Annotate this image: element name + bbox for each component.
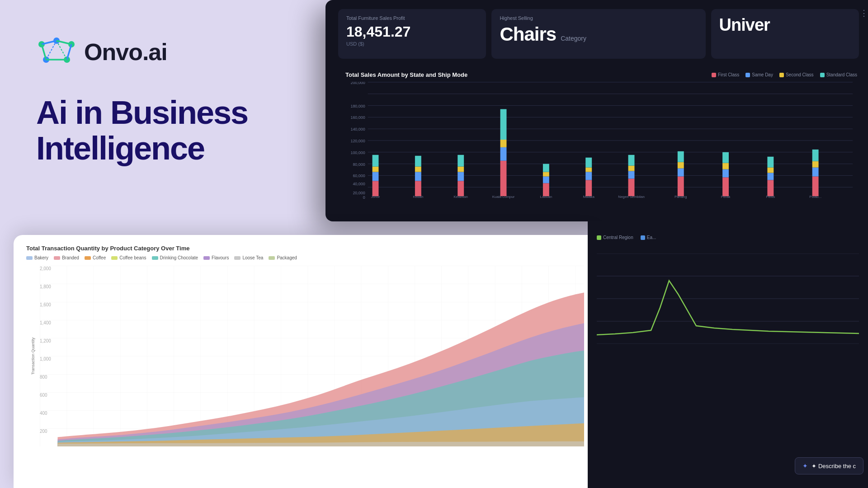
- area-chart-svg-container: 2,000 1,800 1,600 1,400 1,200 1,000 800 …: [40, 266, 584, 446]
- right-panel-chart: [597, 240, 859, 346]
- bar-chart-title: Total Sales Amount by State and Ship Mod…: [345, 71, 467, 78]
- svg-rect-64: [628, 171, 635, 179]
- legend-standard-class: Standard Class: [820, 72, 857, 77]
- metric-furniture-title: Total Furniture Sales Profit: [346, 15, 478, 21]
- svg-rect-48: [500, 161, 507, 196]
- svg-rect-70: [678, 162, 684, 169]
- legend-label-same: Same Day: [752, 72, 773, 77]
- svg-text:1,000: 1,000: [40, 357, 51, 361]
- legend-coffee: Coffee: [85, 255, 106, 260]
- svg-text:Kelantan: Kelantan: [454, 195, 468, 199]
- legend-dot-central: [597, 235, 601, 240]
- svg-text:2,000: 2,000: [40, 266, 51, 271]
- metric-chairs-value: Chairs: [500, 23, 556, 45]
- metric-furniture-value: 18,451.27: [346, 23, 478, 40]
- svg-rect-66: [628, 155, 635, 166]
- svg-text:Negeri Sembilan: Negeri Sembilan: [618, 195, 645, 199]
- metric-furniture-profit: Total Furniture Sales Profit 18,451.27 U…: [338, 9, 486, 59]
- logo-text: Onvo.ai: [84, 38, 167, 66]
- right-panel-chart-svg: [597, 253, 859, 344]
- svg-rect-46: [458, 155, 464, 167]
- svg-rect-60: [585, 168, 592, 172]
- legend-dot-branded: [54, 256, 60, 260]
- svg-rect-59: [585, 172, 592, 180]
- svg-text:200: 200: [40, 429, 47, 434]
- describe-button[interactable]: ✦ ✦ Describe the c: [795, 457, 863, 474]
- svg-rect-78: [767, 180, 774, 196]
- svg-text:Kedah: Kedah: [413, 195, 423, 199]
- svg-text:Pulau...: Pulau...: [809, 195, 821, 199]
- svg-rect-71: [678, 151, 684, 162]
- svg-rect-68: [678, 176, 684, 196]
- legend-label-east: Ea...: [647, 235, 656, 240]
- legend-label-coffee: Coffee: [93, 255, 106, 260]
- headline-line1: Ai in Business: [36, 95, 294, 131]
- svg-text:Johor: Johor: [371, 195, 380, 199]
- y-axis-label: Transaction Quantity: [26, 266, 40, 446]
- svg-text:60,000: 60,000: [353, 174, 365, 178]
- svg-text:Perlis: Perlis: [766, 195, 775, 199]
- legend-branded: Branded: [54, 255, 79, 260]
- legend-label-bakery: Bakery: [34, 255, 48, 260]
- svg-text:Malaka: Malaka: [583, 195, 594, 199]
- metric-highest-selling: Highest Selling Chairs Category: [491, 9, 705, 59]
- svg-rect-54: [543, 176, 549, 183]
- legend-label-packaged: Packaged: [277, 255, 297, 260]
- bar-chart-legend: First Class Same Day Second Class Standa…: [712, 72, 857, 77]
- svg-rect-45: [458, 167, 464, 172]
- svg-rect-74: [722, 169, 729, 178]
- svg-rect-33: [373, 181, 379, 196]
- svg-rect-44: [458, 172, 464, 181]
- legend-central-region: Central Region: [597, 235, 633, 240]
- area-chart-title: Total Transaction Quantity by Product Ca…: [26, 245, 584, 252]
- legend-second-class: Second Class: [779, 72, 814, 77]
- legend-same-day: Same Day: [745, 72, 773, 77]
- bottom-card-inner: Total Transaction Quantity by Product Ca…: [14, 235, 597, 446]
- svg-text:180,000: 180,000: [350, 104, 365, 108]
- svg-text:Kuala Lumpur: Kuala Lumpur: [492, 195, 515, 199]
- svg-rect-61: [585, 158, 592, 168]
- area-chart-svg: 2,000 1,800 1,600 1,400 1,200 1,000 800 …: [40, 266, 584, 446]
- bar-chart-svg: 200,000 180,000 160,000 140,000 120,000 …: [345, 82, 857, 199]
- svg-rect-73: [722, 177, 729, 196]
- metrics-row: Total Furniture Sales Profit 18,451.27 U…: [338, 9, 864, 59]
- bottom-card-wrapper: Total Transaction Quantity by Product Ca…: [14, 235, 597, 488]
- svg-text:800: 800: [40, 375, 47, 380]
- legend-dot-second: [779, 73, 784, 77]
- legend-drinking-choc: Drinking Chocolate: [152, 255, 198, 260]
- svg-text:100,000: 100,000: [350, 150, 365, 155]
- legend-label-second: Second Class: [786, 72, 814, 77]
- metric-furniture-unit: USD ($): [346, 41, 478, 47]
- logo-icon: [36, 36, 77, 68]
- svg-rect-36: [373, 155, 379, 167]
- legend-dot-bakery: [26, 256, 33, 260]
- svg-rect-35: [373, 167, 379, 172]
- svg-text:400: 400: [40, 411, 47, 416]
- svg-text:1,800: 1,800: [40, 284, 51, 289]
- bar-chart-title-row: Total Sales Amount by State and Ship Mod…: [345, 71, 857, 78]
- bar-chart-area: Total Sales Amount by State and Ship Mod…: [338, 66, 864, 220]
- svg-rect-43: [458, 181, 464, 196]
- legend-first-class: First Class: [712, 72, 739, 77]
- svg-text:200,000: 200,000: [350, 82, 365, 85]
- legend-dot-standard: [820, 73, 825, 77]
- legend-label-first: First Class: [718, 72, 739, 77]
- legend-label-standard: Standard Class: [826, 72, 857, 77]
- svg-rect-53: [543, 183, 549, 196]
- legend-flavours: Flavours: [203, 255, 229, 260]
- legend-dot-packaged: [269, 256, 275, 260]
- legend-label-drinking-choc: Drinking Chocolate: [160, 255, 198, 260]
- svg-rect-63: [628, 178, 635, 196]
- svg-text:40,000: 40,000: [353, 182, 365, 186]
- legend-east: Ea...: [641, 235, 656, 240]
- right-panel-inner: Central Region Ea... ✦ ✦ Describ: [588, 221, 868, 488]
- metric-partial-value: Univer: [719, 15, 851, 35]
- svg-rect-51: [500, 109, 507, 140]
- svg-rect-56: [543, 164, 549, 172]
- svg-rect-49: [500, 147, 507, 161]
- dots-menu[interactable]: ⋮: [860, 8, 868, 18]
- legend-label-branded: Branded: [62, 255, 79, 260]
- legend-loose-tea: Loose Tea: [234, 255, 263, 260]
- svg-text:160,000: 160,000: [350, 115, 365, 120]
- y-axis-text: Transaction Quantity: [31, 338, 35, 375]
